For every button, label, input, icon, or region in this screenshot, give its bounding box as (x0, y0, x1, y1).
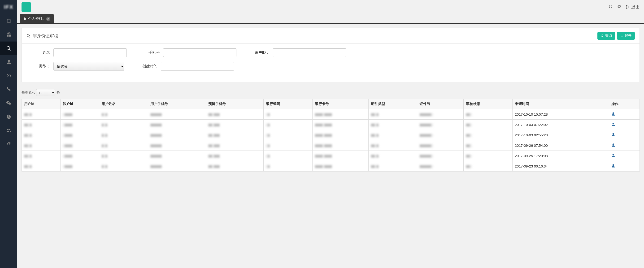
table-cell: ▮▮▯▮ (22, 109, 60, 120)
page-size-select[interactable]: 10 (36, 89, 55, 96)
sidebar-item-users[interactable] (0, 124, 17, 137)
table-cell: ▯▮ (264, 109, 312, 120)
sidebar-item-search[interactable] (0, 41, 17, 55)
table-cell: ▮▮▯ (464, 130, 512, 140)
table-header[interactable]: 银行卡号 (312, 99, 368, 109)
table-cell: ▮▮▮▮▮▮ (148, 140, 206, 151)
table-cell: ▮▮▯▮ (368, 130, 417, 140)
table-cell: ▮▮▮▮▯▮▮▮▮ (312, 151, 368, 161)
book-icon (6, 18, 11, 24)
sidebar-item-user[interactable] (0, 55, 17, 69)
table-cell: ▮▮▯▮ (22, 140, 60, 151)
phone-icon (6, 87, 11, 92)
name-field[interactable] (54, 48, 127, 57)
sidebar-item-gift[interactable] (0, 28, 17, 41)
table-header[interactable]: 申请时间 (512, 99, 609, 109)
table-cell: ▮▮▮▮▯▮▮▮▮ (312, 161, 368, 171)
table-cell: ▮▮▯▮ (368, 151, 417, 161)
table-cell-time: 2017-09-26 07:54:00 (512, 140, 609, 151)
table-cell: ▯▮▮▮▮ (60, 130, 99, 140)
table-header[interactable]: 用户姓名 (99, 99, 148, 109)
table-cell: ▮▮▮▮▮▮▯ (417, 120, 464, 130)
sidebar-item-book[interactable] (0, 14, 17, 28)
create-time-label: 创建时间 (136, 64, 158, 69)
table-cell: ▮▮▯ (464, 151, 512, 161)
table-header[interactable]: 用户手机号 (148, 99, 206, 109)
user-icon (611, 143, 615, 147)
table-cell: ▮▮▮▮▮▮ (148, 151, 206, 161)
table-header[interactable]: 审核状态 (464, 99, 512, 109)
gears-icon (6, 141, 11, 147)
table-header[interactable]: 操作 (609, 99, 640, 109)
chevron-up-icon (620, 34, 624, 37)
sidebar-item-phone[interactable] (0, 83, 17, 96)
table-header[interactable]: 银行编码 (264, 99, 312, 109)
gift-icon (6, 32, 11, 37)
user-icon (611, 133, 615, 136)
sidebar-item-settings[interactable] (0, 137, 17, 151)
row-action-button[interactable] (611, 154, 615, 158)
sidebar-item-dashboard[interactable] (0, 69, 17, 83)
table-header[interactable]: 用户id (22, 99, 60, 109)
table-cell: ▮▯▮ (99, 161, 148, 171)
sidebar: IFX (0, 0, 17, 268)
sidebar-item-wechat[interactable] (0, 96, 17, 110)
row-action-button[interactable] (611, 113, 615, 117)
logo: IFX (0, 0, 17, 14)
table-cell: ▮▮▯▮▮▮ (206, 109, 264, 120)
row-action-button[interactable] (611, 144, 615, 148)
row-action-button[interactable] (611, 123, 615, 127)
table-cell-action (609, 161, 640, 171)
table-cell-action (609, 151, 640, 161)
table-row: ▮▮▯▮▯▮▮▮▮▮▯▮▮▮▮▮▮▮▮▮▯▮▮▮▯▮▮▮▮▮▯▮▮▮▮▮▮▯▮▮… (22, 140, 640, 151)
account-id-field[interactable] (273, 48, 346, 57)
table-cell: ▮▮▮▮▮▮▯ (417, 161, 464, 171)
table-cell: ▮▯▮ (99, 130, 148, 140)
table-row: ▮▮▯▮▯▮▮▮▮▮▯▮▮▮▮▮▮▮▮▮▯▮▮▮▯▮▮▮▮▮▯▮▮▮▮▮▮▯▮▮… (22, 151, 640, 161)
table-cell: ▮▮▮▮▮▮ (148, 130, 206, 140)
tab-close-button[interactable] (46, 17, 50, 21)
menu-toggle-button[interactable] (22, 2, 31, 12)
table-row: ▮▮▯▮▯▮▮▮▮▮▯▮▮▮▮▮▮▮▮▮▯▮▮▮▯▮▮▮▮▮▯▮▮▮▮▮▮▯▮▮… (22, 109, 640, 120)
table-cell: ▯▮ (264, 151, 312, 161)
table-cell-action (609, 120, 640, 130)
headphones-button[interactable] (608, 4, 613, 9)
tab-strip: 个人资料.. (17, 14, 644, 24)
table-cell: ▮▮▮▮▮▮▯ (417, 130, 464, 140)
table-header[interactable]: 账户id (60, 99, 99, 109)
create-time-field[interactable] (161, 62, 234, 71)
settings-button[interactable] (617, 4, 621, 9)
table-cell-action (609, 140, 640, 151)
phone-label: 手机号 (138, 50, 160, 55)
table-row: ▮▮▯▮▯▮▮▮▮▮▯▮▮▮▮▮▮▮▮▮▯▮▮▮▯▮▮▮▮▮▯▮▮▮▮▮▮▯▮▮… (22, 120, 640, 130)
logout-button[interactable]: 退出 (626, 4, 640, 10)
dashboard-icon (6, 73, 11, 78)
table-cell: ▮▮▯▮▮▮ (206, 151, 264, 161)
expand-button[interactable]: 展开 (617, 32, 635, 40)
file-icon (23, 17, 26, 20)
user-icon (6, 59, 11, 65)
query-button[interactable]: 查询 (598, 32, 615, 40)
table-cell: ▯▮ (264, 140, 312, 151)
type-select[interactable]: 请选择 (54, 62, 124, 71)
page-size-suffix: 条 (56, 91, 60, 95)
table-cell: ▮▮▯ (464, 161, 512, 171)
row-action-button[interactable] (611, 164, 615, 168)
table-header[interactable]: 证件类型 (368, 99, 417, 109)
sidebar-item-chart[interactable] (0, 110, 17, 124)
table-cell: ▯▮▮▮▮ (60, 161, 99, 171)
user-icon (611, 112, 615, 116)
phone-field[interactable] (163, 48, 236, 57)
logout-label: 退出 (631, 4, 640, 10)
table-cell-action (609, 109, 640, 120)
tab-personal-info[interactable]: 个人资料.. (20, 14, 54, 23)
table-cell: ▮▮▯▮ (22, 161, 60, 171)
table-cell-time: 2017-10-10 15:07:28 (512, 109, 609, 120)
table-cell: ▮▮▮▮▮▮ (148, 161, 206, 171)
table-cell: ▯▮▮▮▮ (60, 120, 99, 130)
row-action-button[interactable] (611, 133, 615, 137)
table-cell: ▮▮▯ (464, 109, 512, 120)
search-icon (601, 34, 604, 37)
table-header[interactable]: 预留手机号 (206, 99, 264, 109)
table-header[interactable]: 证件号 (417, 99, 464, 109)
